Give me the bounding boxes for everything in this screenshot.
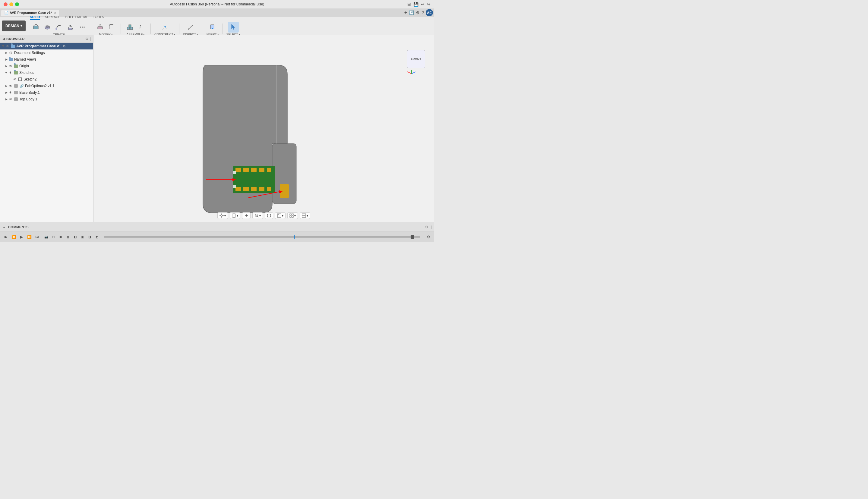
browser-panel: ◀ BROWSER ⚙ | ▶ 👁 AVR Programmer Case v1…: [0, 35, 94, 222]
svg-rect-47: [232, 214, 236, 217]
timeline-feature-icons: 📷 ◻ ◼ ▦ ◧ ▣ ◨ ◩: [43, 234, 100, 240]
named-views-folder-icon: [9, 57, 13, 62]
origin-folder-icon: [14, 64, 19, 69]
minimize-button[interactable]: [9, 2, 13, 6]
assemble-button[interactable]: [124, 22, 135, 33]
redo-icon[interactable]: ↪: [427, 2, 430, 7]
named-views-arrow: ▶: [4, 57, 9, 61]
view-settings-button[interactable]: ▾: [287, 212, 298, 219]
display-settings-button[interactable]: ▾: [275, 212, 285, 219]
base-body-eye[interactable]: 👁: [9, 90, 13, 95]
tab-close-button[interactable]: ×: [54, 11, 56, 14]
base-body-arrow: ▶: [4, 90, 9, 95]
sketch2-icon: [18, 77, 23, 82]
root-settings-btn[interactable]: ⚙: [63, 44, 66, 48]
svg-rect-54: [290, 214, 291, 215]
grid-snap-button[interactable]: ▾: [217, 212, 228, 219]
svg-rect-20: [243, 168, 249, 172]
comments-expand-btn[interactable]: |: [431, 225, 432, 229]
apps-icon[interactable]: ⊞: [407, 2, 411, 7]
timeline-next-button[interactable]: ⏩: [26, 234, 33, 240]
timeline-icon5[interactable]: ◧: [72, 234, 78, 240]
sep3: [150, 24, 151, 34]
orbit-button[interactable]: ▾: [230, 212, 240, 219]
timeline-icon2[interactable]: ◻: [50, 234, 57, 240]
viewport[interactable]: FRONT X Y Z ▾ ▾: [94, 35, 434, 222]
loft-button[interactable]: [65, 22, 76, 33]
svg-rect-30: [233, 185, 236, 188]
tab-solid[interactable]: SOLID: [30, 15, 40, 20]
comments-collapse-icon[interactable]: ▲: [2, 225, 6, 229]
tree-item-doc-settings[interactable]: ▶ ⚙ Document Settings: [0, 49, 93, 56]
timeline-play-button[interactable]: ▶: [18, 234, 25, 240]
timeline-icon6[interactable]: ▣: [79, 234, 86, 240]
top-body-eye[interactable]: 👁: [9, 97, 13, 101]
root-tree-item[interactable]: ▶ 👁 AVR Programmer Case v1 ⚙: [0, 43, 93, 49]
svg-rect-58: [302, 214, 306, 215]
root-eye[interactable]: 👁: [5, 44, 10, 48]
tree-item-faboptimus[interactable]: ▶ 👁 🔗 FabOptimus2 v1:1: [0, 83, 93, 89]
browser-settings-btn[interactable]: ⚙: [85, 37, 89, 41]
tree-item-sketches[interactable]: ▶ 👁 Sketches: [0, 69, 93, 76]
select-button[interactable]: [228, 22, 239, 33]
insert-button[interactable]: [207, 22, 218, 33]
tab-sheet-metal[interactable]: SHEET METAL: [65, 15, 88, 20]
fit-view-button[interactable]: [265, 212, 273, 219]
timeline-prev-button[interactable]: ⏪: [10, 234, 17, 240]
sketch2-eye[interactable]: 👁: [13, 77, 17, 82]
tab-surface[interactable]: SURFACE: [45, 15, 61, 20]
tree-item-named-views[interactable]: ▶ Named Views: [0, 56, 93, 63]
browser-collapse-icon[interactable]: ◀: [2, 37, 5, 41]
timeline-capture-btn[interactable]: 📷: [43, 234, 49, 240]
tree-item-top-body[interactable]: ▶ 👁 Top Body:1: [0, 96, 93, 102]
tab-tools[interactable]: TOOLS: [93, 15, 104, 20]
timeline-icon3[interactable]: ◼: [57, 234, 64, 240]
tree-item-origin[interactable]: ▶ 👁 Origin: [0, 63, 93, 69]
top-body-label: Top Body:1: [19, 97, 37, 101]
measure-button[interactable]: [185, 22, 196, 33]
root-folder-icon: [11, 44, 15, 49]
design-mode-button[interactable]: DESIGN ▾: [2, 21, 26, 31]
sweep-button[interactable]: [53, 22, 64, 33]
sketches-eye[interactable]: 👁: [9, 71, 13, 75]
press-pull-button[interactable]: [95, 22, 106, 33]
extrude-button[interactable]: [30, 22, 41, 33]
timeline-slider[interactable]: [104, 236, 420, 238]
origin-eye[interactable]: 👁: [9, 64, 13, 68]
front-view-label: FRONT: [411, 58, 421, 61]
save-icon[interactable]: 💾: [413, 2, 418, 7]
comments-settings-btn[interactable]: ⚙: [425, 225, 428, 229]
browser-tree: ▶ 👁 AVR Programmer Case v1 ⚙ ▶ ⚙ Documen…: [0, 43, 93, 222]
close-button[interactable]: [4, 2, 8, 6]
svg-rect-28: [267, 187, 271, 191]
browser-expand-btn[interactable]: |: [90, 37, 91, 41]
window-controls[interactable]: [4, 2, 19, 6]
timeline-thumb[interactable]: [411, 235, 414, 239]
top-body-arrow: ▶: [4, 97, 9, 101]
svg-text:Y: Y: [407, 71, 408, 73]
panels-button[interactable]: ▾: [300, 212, 310, 219]
timeline-icon7[interactable]: ◨: [86, 234, 93, 240]
timeline-icon8[interactable]: ◩: [94, 234, 100, 240]
joint-button[interactable]: ⨍: [136, 22, 147, 33]
construct-button[interactable]: [159, 22, 170, 33]
svg-point-7: [82, 26, 83, 28]
sketches-folder-icon: [14, 70, 19, 75]
doc-settings-label: Document Settings: [14, 51, 45, 55]
create-more-button[interactable]: [76, 22, 87, 33]
fillet-button[interactable]: [106, 22, 117, 33]
pan-button[interactable]: [242, 212, 250, 219]
svg-point-1: [45, 26, 50, 29]
timeline-settings-button[interactable]: ⚙: [425, 234, 432, 240]
revolve-button[interactable]: [42, 22, 53, 33]
undo-icon[interactable]: ↩: [421, 2, 425, 7]
timeline-icon4[interactable]: ▦: [64, 234, 71, 240]
timeline-start-button[interactable]: ⏮: [2, 234, 9, 240]
maximize-button[interactable]: [15, 2, 19, 6]
tree-item-sketch2[interactable]: 👁 Sketch2: [0, 76, 93, 83]
svg-rect-27: [259, 187, 265, 191]
timeline-end-button[interactable]: ⏭: [34, 234, 40, 240]
zoom-button[interactable]: + ▾: [252, 212, 263, 219]
tree-item-base-body[interactable]: ▶ 👁 Base Body:1: [0, 89, 93, 96]
faboptimus-eye[interactable]: 👁: [9, 84, 13, 88]
